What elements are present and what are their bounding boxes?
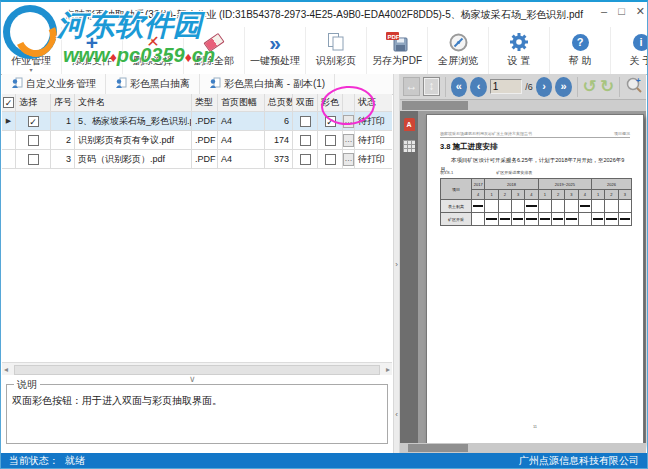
help-button[interactable]: ? 帮 助 bbox=[550, 27, 611, 74]
row-select-checkbox[interactable] bbox=[28, 135, 39, 146]
row-duplex-cell[interactable] bbox=[293, 112, 318, 131]
about-button[interactable]: i 关 于 bbox=[611, 27, 648, 74]
add-file-button[interactable]: + 添加文件 bbox=[62, 27, 123, 74]
row-select-cell[interactable]: ✓ bbox=[16, 112, 51, 131]
row-more-button[interactable]: … bbox=[343, 134, 354, 147]
row-more-button[interactable]: … bbox=[343, 153, 354, 166]
recognize-color-pages-button[interactable]: 识别彩页 bbox=[306, 27, 367, 74]
maximize-button[interactable]: □ bbox=[618, 5, 625, 18]
tab-custom-business[interactable]: 自定义业务管理 bbox=[2, 74, 106, 94]
file-table: ✓ 选择 序号 文件名 类型 首页图幅 总页数 双面 彩色 状态 ▶✓15、杨家… bbox=[2, 94, 392, 362]
save-as-pdf-button[interactable]: PDF 另存为PDF bbox=[367, 27, 428, 74]
preview-bottom-scrollbar[interactable] bbox=[400, 443, 646, 453]
preview-top-scrollbar[interactable] bbox=[400, 100, 646, 111]
table-row[interactable]: ▶✓15、杨家坡采石场_彩色识别.pdf.PDFA46✓…待打印 bbox=[2, 112, 392, 131]
document-table-caption: 表3.8-1 矿区开采进度安排表 bbox=[440, 170, 630, 175]
last-page-button[interactable]: » bbox=[555, 77, 572, 97]
fit-width-button[interactable]: ↔ bbox=[403, 77, 420, 96]
close-button[interactable]: ✕ bbox=[636, 5, 645, 18]
row-duplex-checkbox[interactable] bbox=[300, 116, 311, 127]
next-page-button[interactable]: › bbox=[536, 77, 553, 97]
row-duplex-cell[interactable] bbox=[293, 131, 318, 150]
scrollbar-thumb[interactable] bbox=[408, 444, 468, 452]
header-index[interactable]: 序号 bbox=[51, 94, 75, 112]
toolbar-label: 帮 助 bbox=[569, 54, 592, 68]
row-select-cell[interactable] bbox=[16, 150, 51, 169]
splitter-expand-icon[interactable]: › bbox=[394, 260, 399, 269]
row-more-cell[interactable]: … bbox=[343, 150, 355, 169]
delete-selected-button[interactable]: ✕ 删除选择 bbox=[123, 27, 184, 74]
schedule-gantt-table: 项目201720182019~20252026412341234123表土剥离矿… bbox=[440, 178, 632, 226]
notes-collapse-chevron[interactable]: ∨ bbox=[189, 374, 196, 384]
one-key-preprocess-button[interactable]: » 一键预处理 bbox=[245, 27, 306, 74]
tab-label: 彩色黑白抽离 bbox=[130, 77, 190, 91]
scrollbar-thumb[interactable] bbox=[14, 365, 380, 375]
row-select-cell[interactable] bbox=[16, 131, 51, 150]
minimize-button[interactable]: – bbox=[601, 5, 607, 18]
fit-height-button[interactable]: ↕ bbox=[423, 77, 440, 96]
scroll-right-arrow[interactable]: ▸ bbox=[386, 364, 390, 375]
row-more-button[interactable]: … bbox=[343, 115, 354, 128]
header-color[interactable]: 彩色 bbox=[318, 94, 343, 112]
eraser-icon bbox=[205, 30, 223, 54]
row-duplex-cell[interactable] bbox=[293, 150, 318, 169]
question-icon: ? bbox=[572, 30, 589, 54]
header-select[interactable]: 选择 bbox=[16, 94, 51, 112]
first-page-button[interactable]: « bbox=[451, 77, 468, 97]
panel-splitter[interactable]: › ‹ bbox=[393, 74, 400, 453]
settings-button[interactable]: 设 置 bbox=[489, 27, 550, 74]
scroll-left-arrow[interactable]: ◂ bbox=[4, 364, 8, 375]
job-manage-button[interactable]: 作业管理 ▾ bbox=[1, 27, 62, 74]
user-doc-icon bbox=[11, 77, 23, 91]
row-more-cell[interactable]: … bbox=[343, 112, 355, 131]
splitter-collapse-icon[interactable]: ‹ bbox=[394, 410, 399, 419]
user-doc-icon bbox=[115, 77, 127, 91]
fullscreen-browse-button[interactable]: 全屏浏览 bbox=[428, 27, 489, 74]
row-pages: 6 bbox=[265, 112, 293, 131]
svg-text:PDF: PDF bbox=[388, 34, 400, 40]
select-all-checkbox[interactable]: ✓ bbox=[3, 97, 14, 108]
header-filename[interactable]: 文件名 bbox=[75, 94, 192, 112]
table-horizontal-scrollbar[interactable]: ◂ ▸ bbox=[2, 362, 392, 375]
header-status[interactable]: 状态 bbox=[355, 94, 392, 112]
table-row[interactable]: 2识别彩页有页有争议.pdf.PDFA4174…待打印 bbox=[2, 131, 392, 150]
row-duplex-checkbox[interactable] bbox=[300, 154, 311, 165]
header-total-pages[interactable]: 总页数 bbox=[265, 94, 293, 112]
scrollbar-thumb[interactable] bbox=[402, 101, 468, 110]
document-header: 杨家坡采石场建筑石料用灰岩矿水土保持方案报告书 项目概况 bbox=[440, 131, 630, 138]
window-title: 点睛彩页抽取助手(32位)-新建作业 (ID:31B54378-2973-4E2… bbox=[65, 8, 583, 22]
bookmarks-icon[interactable]: A bbox=[404, 118, 415, 131]
row-select-checkbox[interactable]: ✓ bbox=[28, 116, 39, 127]
row-select-checkbox[interactable] bbox=[28, 154, 39, 165]
page-number-input[interactable]: 1 bbox=[490, 79, 522, 94]
row-more-cell[interactable]: … bbox=[343, 131, 355, 150]
tab-color-bw-extract[interactable]: 彩色黑白抽离 bbox=[106, 74, 200, 94]
row-color-cell[interactable] bbox=[318, 150, 343, 169]
rotate-left-icon[interactable]: ↺ bbox=[583, 78, 597, 95]
pdf-preview-panel: ↔ ↕ « ‹ 1 /6 › » ↺ ↻ + A 杨家坡采石场建筑石料用灰岩矿水… bbox=[400, 74, 646, 453]
row-color-checkbox[interactable]: ✓ bbox=[325, 116, 336, 127]
toolbar-label: 作业管理 bbox=[11, 54, 51, 68]
header-duplex[interactable]: 双面 bbox=[293, 94, 318, 112]
header-page-format[interactable]: 首页图幅 bbox=[218, 94, 265, 112]
select-all-cell[interactable]: ✓ bbox=[2, 94, 16, 112]
table-row[interactable]: 3页码（识别彩页）.pdf.PDFA4373…待打印 bbox=[2, 150, 392, 169]
status-label: 当前状态： bbox=[9, 454, 59, 468]
delete-all-button[interactable]: 删除全部 bbox=[184, 27, 245, 74]
row-duplex-checkbox[interactable] bbox=[300, 135, 311, 146]
tab-color-bw-extract-copy[interactable]: 彩色黑白抽离 - 副本(1) bbox=[200, 74, 335, 94]
toolbar-label: 另存为PDF bbox=[372, 54, 422, 68]
row-color-checkbox[interactable] bbox=[325, 135, 336, 146]
thumbnails-icon[interactable] bbox=[403, 140, 415, 152]
header-type[interactable]: 类型 bbox=[192, 94, 218, 112]
row-color-checkbox[interactable] bbox=[325, 154, 336, 165]
row-color-cell[interactable]: ✓ bbox=[318, 112, 343, 131]
rotate-right-icon[interactable]: ↻ bbox=[600, 78, 614, 95]
zoom-icon[interactable]: + bbox=[625, 76, 643, 98]
row-color-cell[interactable] bbox=[318, 131, 343, 150]
title-bar: 点睛彩页抽取助手(32位)-新建作业 (ID:31B54378-2973-4E2… bbox=[1, 2, 647, 27]
row-page-format: A4 bbox=[218, 112, 265, 131]
prev-page-button[interactable]: ‹ bbox=[470, 77, 487, 97]
double-chevron-icon: » bbox=[269, 30, 281, 54]
gear-icon bbox=[509, 30, 529, 54]
